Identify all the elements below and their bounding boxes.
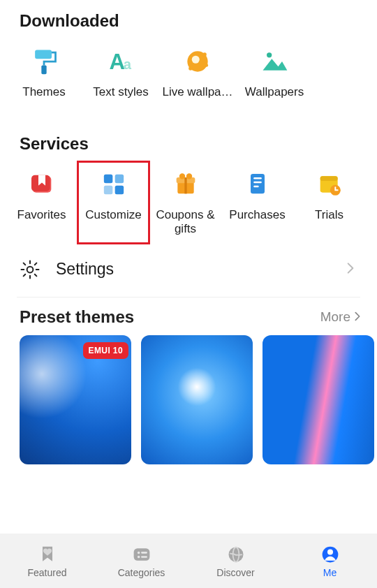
nav-label: Categories: [118, 567, 165, 578]
preset-theme-card[interactable]: [263, 335, 374, 464]
nav-discover[interactable]: Discover: [188, 534, 283, 588]
gift-icon: [169, 168, 202, 201]
downloaded-item-themes[interactable]: Themes: [6, 39, 82, 120]
svg-text:A: A: [110, 50, 126, 74]
live-wallpaper-icon: [181, 45, 214, 78]
svg-rect-0: [35, 50, 52, 59]
svg-rect-22: [253, 177, 262, 179]
more-label: More: [320, 309, 350, 325]
svg-rect-29: [133, 548, 149, 561]
section-title-services: Services: [0, 123, 377, 159]
svg-point-9: [267, 52, 272, 57]
downloaded-item-wallpapers[interactable]: Wallpapers: [236, 39, 313, 120]
list-icon: [131, 544, 152, 565]
svg-rect-33: [141, 556, 147, 558]
nav-label: Me: [323, 567, 337, 578]
bookmark-icon: [25, 168, 59, 201]
svg-point-20: [186, 173, 191, 179]
nav-label: Discover: [216, 567, 254, 578]
services-item-label: Customize: [82, 208, 144, 223]
svg-rect-12: [103, 175, 112, 184]
preset-themes-strip: EMUI 10: [0, 332, 377, 464]
downloaded-row: Themes A a Text styles Live wallpa…: [0, 36, 377, 123]
settings-row[interactable]: Settings: [0, 246, 377, 293]
nav-me[interactable]: Me: [283, 534, 377, 588]
downloaded-item-label: Live wallpa…: [159, 85, 235, 115]
svg-point-32: [137, 555, 140, 558]
paint-roller-icon: [27, 45, 61, 78]
svg-point-6: [202, 52, 207, 57]
svg-rect-23: [253, 182, 262, 184]
svg-point-19: [179, 173, 184, 179]
nav-featured[interactable]: Featured: [0, 534, 94, 588]
globe-icon: [226, 544, 246, 565]
services-item-label: Trials: [312, 208, 346, 223]
services-item-purchases[interactable]: Purchases: [221, 162, 293, 243]
svg-point-37: [327, 549, 332, 554]
svg-rect-13: [114, 175, 124, 184]
services-row: Favorites Customize Coupons & gifts: [0, 159, 377, 246]
services-item-favorites[interactable]: Favorites: [6, 162, 77, 243]
services-item-customize[interactable]: Customize: [77, 162, 149, 243]
nav-categories[interactable]: Categories: [94, 534, 188, 588]
downloaded-item-label: Themes: [20, 85, 68, 115]
services-item-label: Favorites: [15, 208, 69, 223]
svg-point-30: [137, 551, 140, 554]
svg-rect-1: [41, 66, 46, 75]
theme-badge: EMUI 10: [83, 342, 128, 359]
preset-theme-card[interactable]: EMUI 10: [20, 335, 131, 464]
svg-point-28: [27, 266, 34, 272]
text-aa-icon: A a: [104, 45, 138, 78]
svg-rect-24: [253, 186, 259, 188]
heart-bookmark-icon: [37, 544, 58, 565]
svg-rect-18: [184, 177, 186, 193]
services-item-trials[interactable]: Trials: [293, 162, 365, 243]
calendar-clock-icon: [313, 168, 346, 201]
svg-rect-15: [114, 186, 124, 195]
downloaded-item-live-wallpapers[interactable]: Live wallpa…: [159, 39, 236, 120]
settings-label: Settings: [56, 260, 343, 279]
services-item-label: Purchases: [226, 208, 288, 223]
gear-icon: [20, 259, 40, 280]
svg-rect-21: [251, 174, 265, 193]
preset-themes-title: Preset themes: [20, 307, 320, 327]
svg-rect-26: [320, 176, 337, 181]
svg-text:a: a: [124, 57, 132, 72]
receipt-icon: [241, 168, 274, 201]
nav-label: Featured: [27, 567, 66, 578]
tiles-icon: [97, 168, 131, 201]
preset-theme-card[interactable]: [141, 335, 253, 464]
chevron-right-icon: [343, 258, 357, 280]
svg-point-7: [188, 66, 193, 70]
preset-themes-header: Preset themes More: [0, 297, 377, 332]
downloaded-item-text-styles[interactable]: A a Text styles: [82, 39, 159, 120]
downloaded-item-label: Text styles: [90, 85, 151, 115]
section-title-downloaded: Downloaded: [0, 0, 377, 36]
chevron-right-icon: [352, 309, 363, 325]
svg-point-8: [205, 64, 209, 67]
person-icon: [320, 544, 341, 565]
downloaded-item-label: Wallpapers: [242, 85, 306, 115]
svg-point-5: [192, 56, 200, 64]
wallpaper-icon: [258, 45, 291, 78]
more-button[interactable]: More: [320, 309, 363, 325]
services-item-label: Coupons & gifts: [149, 208, 221, 237]
svg-rect-14: [103, 186, 112, 195]
services-item-coupons-gifts[interactable]: Coupons & gifts: [149, 162, 221, 243]
bottom-nav: Featured Categories Discover: [0, 534, 377, 588]
svg-rect-31: [141, 552, 147, 554]
